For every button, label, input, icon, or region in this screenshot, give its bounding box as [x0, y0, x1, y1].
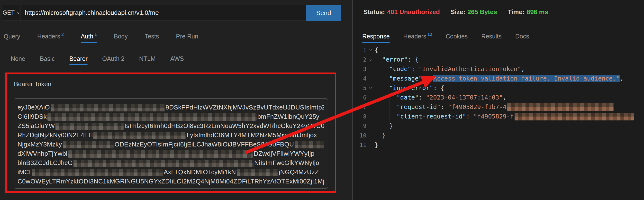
token-text: NiIsImFwcGlkYWNyIjo	[254, 159, 319, 166]
response-tab-label: Cookies	[446, 33, 468, 40]
line-number: 9	[355, 123, 366, 129]
auth-tab-bearer[interactable]: Bearer	[69, 55, 88, 65]
tab-label: Headers	[37, 33, 60, 40]
token-text: RhZDgtNjZkNy00N2E4LTl	[18, 132, 93, 139]
line-number: 11	[355, 142, 366, 148]
tab-label: Query	[4, 33, 20, 40]
code-line: 5∨"innererror": {	[355, 83, 643, 93]
line-number: 8	[355, 114, 366, 120]
json-token: "InvalidAuthenticationToken"	[418, 66, 521, 72]
code-line: 6"date": "2023-04-13T07:14:03",	[355, 93, 643, 102]
response-tab-cookies[interactable]: Cookies	[446, 33, 468, 43]
time-label: Time:	[508, 8, 524, 16]
json-token: }	[375, 141, 378, 148]
code-line: 3"code": "InvalidAuthenticationToken",	[355, 64, 643, 74]
token-line: NjgxMzY3MzkyODEzNzEyOTIsImFjciI6IjEiLCJh…	[18, 140, 324, 149]
auth-tab-label: None	[11, 55, 25, 62]
token-text: 9DSkFPdHlzWVZtNXhjMVJvSzBvUTdxeUJDUSIsIm…	[166, 104, 324, 111]
status-label: Status:	[364, 8, 385, 16]
fold-chevron-icon[interactable]: ∨	[364, 86, 377, 90]
indent-guide	[375, 64, 382, 74]
token-text: C0wOWEyLTRmYzktODI3NC1kMGRlNGU5NGYxZDIiL…	[18, 178, 324, 185]
auth-tab-aws[interactable]: AWS	[170, 55, 184, 65]
code-content: }	[375, 121, 393, 131]
response-tab-results[interactable]: Results	[481, 33, 502, 43]
auth-tab-ntlm[interactable]: NTLM	[139, 55, 156, 65]
tab-pre-run[interactable]: Pre Run	[176, 33, 198, 43]
code-line: 9}	[355, 121, 643, 131]
status-field: Status:401 Unauthorized	[364, 8, 440, 16]
send-button[interactable]: Send	[306, 5, 341, 21]
method-label: GET	[3, 9, 14, 16]
redacted-block	[48, 114, 257, 121]
tab-label: Auth	[81, 33, 93, 40]
auth-tab-oauth-2[interactable]: OAuth 2	[102, 55, 124, 65]
code-line: 7"request-id": "f4905829-f1b7-4	[355, 102, 643, 112]
tab-count-badge: 1	[95, 32, 97, 37]
tab-label: Pre Run	[176, 33, 198, 40]
method-dropdown[interactable]: GET ∨	[2, 5, 20, 20]
response-tabs-separator	[353, 43, 644, 43]
indent-guide	[382, 64, 389, 74]
json-token: ,	[521, 66, 525, 72]
redacted-block	[32, 169, 163, 176]
redacted-block	[74, 160, 254, 167]
token-text: ODEzNzEyOTIsImFjciI6IjEiLCJhaW8iOiJBVFFB…	[114, 141, 294, 148]
url-input[interactable]	[20, 5, 306, 20]
json-key: "message"	[389, 75, 422, 82]
status-value: 401 Unauthorized	[387, 8, 440, 16]
tab-count-badge: 2	[62, 32, 64, 37]
line-number: 6	[355, 94, 366, 101]
auth-type-tabs: NoneBasicBearerOAuth 2NTLMAWS	[11, 52, 184, 65]
token-line: CI6Il9DSkbmFnZW1lbnQuY25y	[18, 112, 324, 121]
token-text: iMCI	[18, 168, 31, 176]
token-text: CI6Il9DSk	[18, 113, 47, 120]
method-dropdown-caret-icon: ∨	[16, 10, 20, 15]
json-token: :	[422, 75, 430, 82]
json-token: :	[466, 113, 474, 120]
json-token: :	[418, 94, 426, 101]
response-json-viewer[interactable]: 1∨{2∨"error": {3"code": "InvalidAuthenti…	[355, 45, 643, 150]
api-client-window: GET ∨ Send QueryHeaders2Auth1BodyTestsPr…	[0, 0, 644, 200]
size-value: 265 Bytes	[468, 8, 497, 16]
indent-guide	[382, 102, 389, 112]
tab-query[interactable]: Query	[4, 33, 20, 43]
response-tab-docs[interactable]: Docs	[515, 33, 529, 43]
token-text: NjgxMzY3Mzky	[18, 141, 62, 148]
response-tab-response[interactable]: Response	[362, 33, 390, 43]
tab-label: Body	[114, 33, 128, 40]
tab-label: Tests	[145, 33, 159, 40]
auth-tab-none[interactable]: None	[11, 55, 25, 65]
tab-tests[interactable]: Tests	[145, 33, 159, 43]
json-token: }	[389, 122, 393, 130]
line-number: 4	[355, 76, 366, 82]
tab-auth[interactable]: Auth1	[81, 33, 97, 43]
token-text: LyIsImlhdCI6MTY4MTM2NzM5MiwibmJmIjox	[186, 132, 317, 139]
indent-guide	[375, 74, 382, 83]
code-line: 10}	[355, 131, 643, 140]
token-line: blnB3ZCJdLCJhcGNiIsImFwcGlkYWNyIjo	[18, 158, 324, 168]
indent-guide	[382, 74, 389, 83]
code-line: 2∨"error": {	[355, 55, 643, 64]
fold-chevron-icon[interactable]: ∨	[364, 48, 377, 52]
auth-tab-basic[interactable]: Basic	[40, 55, 55, 65]
size-field: Size:265 Bytes	[450, 8, 497, 16]
token-text: IsImlzcyI6Imh0dHBzOi8vc3RzLmNoaW5hY2xvdW…	[124, 122, 324, 130]
json-key: "innererror"	[389, 84, 433, 92]
json-key: "code"	[389, 66, 411, 72]
fold-chevron-icon[interactable]: ∨	[364, 58, 377, 62]
code-line: 11}	[355, 140, 643, 150]
indent-guide	[382, 93, 389, 102]
response-tab-headers[interactable]: Headers10	[404, 33, 432, 43]
json-key: "client-request-id"	[396, 113, 466, 120]
redacted-block	[63, 141, 114, 148]
tab-body[interactable]: Body	[114, 33, 128, 43]
line-number: 3	[355, 66, 366, 72]
response-tabs: ResponseHeaders10CookiesResultsDocs	[362, 29, 529, 43]
code-content: "message": "Access token validation fail…	[375, 74, 624, 83]
request-tabs-separator	[0, 43, 352, 43]
json-token: :	[411, 66, 418, 72]
bearer-token-label: Bearer Token	[14, 80, 51, 88]
tab-headers[interactable]: Headers2	[37, 33, 64, 43]
bearer-token-textarea[interactable]: eyJ0eXAiO9DSkFPdHlzWVZtNXhjMVJvSzBvUTdxe…	[14, 98, 328, 188]
